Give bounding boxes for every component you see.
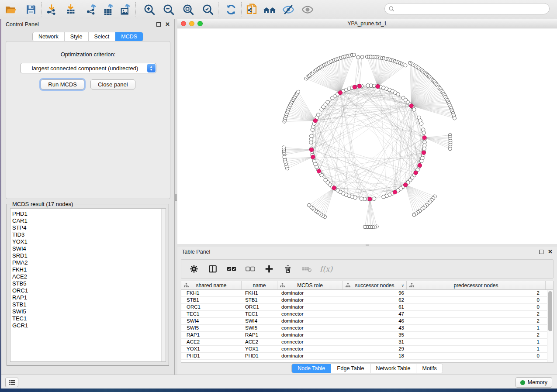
tab-node-table[interactable]: Node Table [292, 364, 331, 373]
tab-network-table[interactable]: Network Table [370, 364, 417, 373]
tab-motifs[interactable]: Motifs [416, 364, 442, 373]
export-table-icon[interactable] [101, 2, 116, 17]
run-mcds-button[interactable]: Run MCDS [41, 79, 84, 89]
table-row[interactable]: YOX1YOX1connector291 [181, 346, 553, 353]
tab-style[interactable]: Style [65, 32, 89, 41]
table-cell: 2 [407, 332, 546, 338]
first-neighbors-icon[interactable] [263, 2, 277, 17]
table-cell: RAP1 [242, 332, 277, 338]
export-image-icon[interactable] [118, 2, 133, 17]
table-row[interactable]: RAP1RAP1dominator352 [181, 332, 553, 339]
table-tabs: Node Table Edge Table Network Table Moti… [177, 364, 557, 373]
table-scrollbar[interactable] [547, 290, 553, 363]
control-panel-title: Control Panel [6, 21, 156, 28]
mcds-result-item[interactable]: TEC1 [12, 315, 161, 322]
mcds-result-item[interactable]: ORC1 [12, 287, 161, 294]
mcds-result-title: MCDS result (17 nodes) [10, 201, 75, 207]
zoom-selected-icon[interactable] [201, 2, 215, 17]
table-row[interactable]: STB1STB1dominator620 [181, 297, 553, 304]
float-table-panel-icon[interactable] [539, 250, 543, 254]
column-header-predecessor-nodes[interactable]: predecessor nodes [407, 281, 546, 289]
zoom-fit-icon[interactable] [181, 2, 196, 17]
function-builder-icon: f(x) [320, 265, 332, 273]
column-header-name[interactable]: name [242, 281, 277, 289]
network-window-titlebar[interactable]: YPA_prune.txt_1 [177, 19, 557, 28]
optimization-criterion-dropdown[interactable]: largest connected component (undirected)… [20, 63, 156, 73]
tab-select[interactable]: Select [89, 32, 116, 41]
mcds-result-item[interactable]: SWI5 [12, 308, 161, 315]
hide-selected-icon[interactable] [281, 2, 296, 17]
zoom-out-icon[interactable] [161, 2, 176, 17]
mcds-result-item[interactable]: PHD1 [12, 210, 161, 217]
close-table-panel-icon[interactable]: ✕ [548, 250, 553, 254]
delete-table-icon[interactable] [301, 263, 312, 275]
mcds-result-item[interactable]: ACE2 [12, 273, 161, 280]
table-cell: connector [277, 339, 343, 345]
table-row[interactable]: PHD1PHD1dominator180 [181, 353, 553, 360]
mcds-result-item[interactable]: YOX1 [12, 238, 161, 245]
tab-mcds[interactable]: MCDS [115, 32, 143, 41]
mcds-result-item[interactable]: GCR1 [12, 322, 161, 329]
mcds-hub-node [353, 85, 356, 89]
table-cell: 0 [407, 297, 546, 303]
mcds-hub-node [338, 91, 342, 95]
mcds-result-item[interactable]: STB5 [12, 280, 161, 287]
close-panel-icon[interactable]: ✕ [165, 22, 170, 27]
task-history-icon[interactable] [5, 378, 18, 387]
mcds-result-item[interactable]: FKH1 [12, 266, 161, 273]
table-cell: 2 [407, 311, 546, 317]
deselect-all-columns-icon[interactable] [245, 263, 256, 275]
mcds-result-list[interactable]: PHD1CAR1STP4TID3YOX1SWI4SRD1PMA2FKH1ACE2… [10, 209, 161, 361]
mcds-hub-node [376, 84, 380, 88]
close-panel-button[interactable]: Close panel [90, 79, 135, 89]
select-all-columns-icon[interactable] [226, 263, 237, 275]
refresh-icon[interactable] [224, 2, 239, 17]
table-row[interactable]: ORC1ORC1dominator610 [181, 304, 553, 311]
mcds-result-item[interactable]: STP4 [12, 224, 161, 231]
control-panel-tabs: Network Style Select MCDS [1, 32, 174, 41]
delete-column-icon[interactable] [282, 263, 294, 275]
table-settings-gear-icon[interactable] [188, 263, 200, 275]
mcds-result-item[interactable]: PMA2 [12, 259, 161, 266]
table-scrollbar-thumb[interactable] [548, 291, 552, 331]
table-cell: 46 [343, 318, 407, 324]
save-session-icon[interactable] [24, 2, 38, 17]
memory-status-icon [520, 380, 525, 385]
column-header-shared-name[interactable]: shared name [181, 281, 242, 289]
import-network-icon[interactable] [44, 2, 59, 17]
show-all-icon[interactable] [300, 2, 315, 17]
memory-button[interactable]: Memory [515, 377, 552, 388]
import-table-icon[interactable] [63, 2, 78, 17]
mcds-result-item[interactable]: RAP1 [12, 294, 161, 301]
tab-network[interactable]: Network [33, 32, 65, 41]
column-header-MCDS-role[interactable]: MCDS role [277, 281, 343, 289]
network-view-canvas[interactable] [177, 28, 557, 244]
column-header-successor-nodes[interactable]: successor nodes∨ [343, 281, 407, 289]
window-maximize-icon[interactable] [197, 21, 203, 26]
window-minimize-icon[interactable] [189, 21, 194, 26]
table-row[interactable]: TEC1TEC1connector472 [181, 311, 553, 318]
window-close-icon[interactable] [181, 21, 186, 26]
tab-edge-table[interactable]: Edge Table [331, 364, 370, 373]
node-table-body[interactable]: FKH1FKH1dominator962STB1STB1dominator620… [181, 290, 553, 360]
search-input[interactable] [395, 4, 549, 13]
table-row[interactable]: FKH1FKH1dominator962 [181, 290, 553, 297]
desktop: Control Panel ✕ Network Style Select MCD… [0, 0, 557, 392]
mcds-list-scrollbar[interactable] [161, 209, 166, 361]
table-row[interactable]: SWI5SWI5connector431 [181, 325, 553, 332]
export-network-icon[interactable] [84, 2, 99, 17]
mcds-result-item[interactable]: TID3 [12, 231, 161, 238]
clone-network-icon[interactable] [244, 2, 259, 17]
memory-label: Memory [528, 379, 547, 385]
mcds-result-item[interactable]: SWI4 [12, 245, 161, 252]
table-row[interactable]: SWI4SWI4dominator462 [181, 318, 553, 325]
open-session-icon[interactable] [3, 2, 18, 17]
float-panel-icon[interactable] [156, 22, 161, 27]
column-layout-icon[interactable] [207, 263, 218, 275]
add-column-icon[interactable] [263, 263, 275, 275]
mcds-result-item[interactable]: CAR1 [12, 217, 161, 224]
mcds-result-item[interactable]: SRD1 [12, 252, 161, 259]
zoom-in-icon[interactable] [142, 2, 157, 17]
table-row[interactable]: ACE2ACE2connector311 [181, 339, 553, 346]
mcds-result-item[interactable]: STB1 [12, 301, 161, 308]
